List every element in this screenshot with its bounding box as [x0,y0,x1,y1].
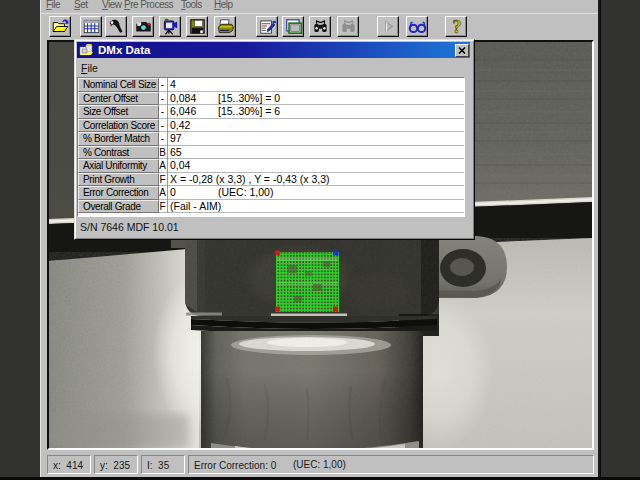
svg-text:?: ? [453,17,462,36]
